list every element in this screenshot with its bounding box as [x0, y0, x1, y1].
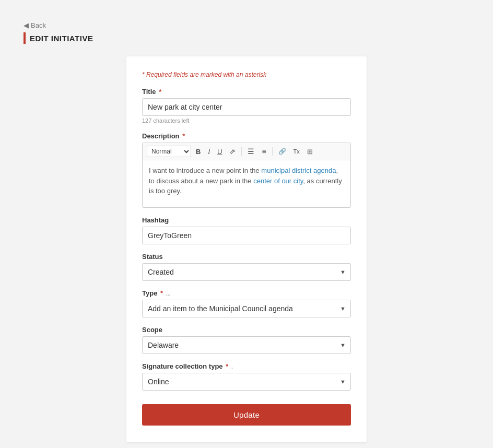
page-wrapper: ◀ Back EDIT INITIATIVE * Required fields… — [0, 0, 493, 448]
scope-label: Scope — [142, 326, 351, 334]
back-label: Back — [31, 21, 46, 29]
description-required-star: * — [182, 132, 185, 140]
back-arrow-icon: ◀ — [24, 21, 29, 29]
editor-text: I want to introduce a new point in the m… — [149, 167, 342, 195]
sig-field-group: Signature collection type * . Online Off… — [142, 362, 351, 391]
title-char-count: 127 characters left — [142, 117, 351, 124]
page-title-wrap: EDIT INITIATIVE — [24, 32, 493, 44]
type-field-group: Type * ... Add an item to the Municipal … — [142, 289, 351, 317]
scope-select-wrapper: Delaware Other ▼ — [142, 336, 351, 354]
required-star-note: * — [142, 71, 145, 78]
back-nav: ◀ Back — [24, 21, 493, 29]
hashtag-label: Hashtag — [142, 216, 351, 224]
type-label: Type * ... — [142, 289, 351, 297]
editor-content[interactable]: I want to introduce a new point in the m… — [143, 160, 350, 207]
type-select[interactable]: Add an item to the Municipal Council age… — [142, 300, 351, 317]
scope-field-group: Scope Delaware Other ▼ — [142, 326, 351, 354]
unordered-list-button[interactable]: ≡ — [259, 146, 268, 157]
hashtag-input[interactable] — [142, 227, 351, 244]
required-note-text: Required fields are marked with an aster… — [146, 71, 266, 78]
status-select-wrapper: Created Accepted Rejected Withdrawn ▼ — [142, 263, 351, 281]
underline-button[interactable]: U — [215, 147, 225, 157]
page-title: EDIT INITIATIVE — [30, 34, 93, 43]
toolbar-divider-2 — [272, 147, 273, 156]
sig-select[interactable]: Online Offline Mixed — [142, 373, 351, 391]
update-button[interactable]: Update — [142, 404, 351, 426]
title-required-star: * — [159, 88, 161, 96]
type-required-star: * — [160, 289, 163, 297]
sig-required-star: * — [226, 362, 228, 370]
bold-button[interactable]: B — [193, 147, 203, 157]
scope-select[interactable]: Delaware Other — [142, 336, 351, 354]
required-note: * Required fields are marked with an ast… — [142, 71, 351, 78]
clear-format-button[interactable]: Tx — [291, 147, 302, 156]
title-label: Title * — [142, 88, 351, 96]
format-select[interactable]: Normal Heading 1 Heading 2 Heading 3 — [147, 146, 191, 157]
editor-toolbar: Normal Heading 1 Heading 2 Heading 3 B I… — [143, 143, 350, 160]
hyperlink-button[interactable]: 🔗 — [276, 147, 289, 156]
title-bar-accent — [24, 32, 26, 44]
toolbar-divider-1 — [241, 147, 242, 156]
status-select[interactable]: Created Accepted Rejected Withdrawn — [142, 263, 351, 281]
form-card: * Required fields are marked with an ast… — [126, 56, 367, 442]
title-field-group: Title * 127 characters left — [142, 88, 351, 124]
table-button[interactable]: ⊞ — [304, 147, 315, 157]
ordered-list-button[interactable]: ☰ — [245, 146, 257, 157]
editor-wrapper[interactable]: Normal Heading 1 Heading 2 Heading 3 B I… — [142, 143, 351, 208]
link-button[interactable]: ⇗ — [227, 146, 238, 157]
status-label: Status — [142, 253, 351, 261]
status-field-group: Status Created Accepted Rejected Withdra… — [142, 253, 351, 281]
sig-tooltip-icon: . — [231, 363, 233, 370]
type-select-wrapper: Add an item to the Municipal Council age… — [142, 300, 351, 317]
sig-label: Signature collection type * . — [142, 362, 351, 370]
type-tooltip-icon: ... — [166, 290, 171, 297]
italic-button[interactable]: I — [205, 147, 213, 157]
back-link[interactable]: ◀ Back — [24, 21, 46, 29]
title-input[interactable] — [142, 98, 351, 116]
description-field-group: Description * Normal Heading 1 Heading 2… — [142, 132, 351, 208]
sig-select-wrapper: Online Offline Mixed ▼ — [142, 373, 351, 391]
description-label: Description * — [142, 132, 351, 140]
hashtag-field-group: Hashtag — [142, 216, 351, 244]
